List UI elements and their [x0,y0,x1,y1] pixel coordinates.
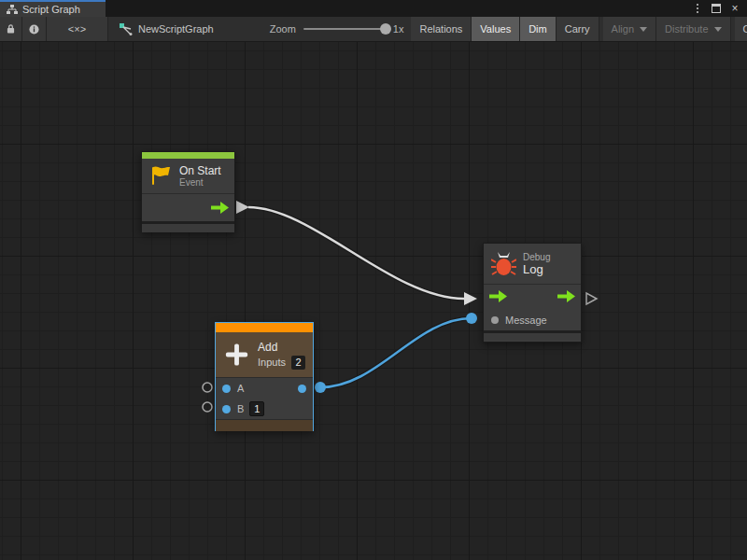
node-kicker: Debug [523,252,550,263]
green-arrow-icon [557,290,575,302]
message-label: Message [505,315,547,326]
zoom-value: 1x [393,23,404,35]
green-arrow-icon [211,202,229,214]
port-label-a: A [237,383,244,394]
graph-hierarchy-icon [7,5,18,15]
dim-button[interactable]: Dim [520,17,557,41]
node-add[interactable]: Add Inputs 2 A B 1 [215,322,314,431]
inputs-count-box[interactable]: 2 [291,356,305,370]
inputs-label: Inputs [258,357,286,368]
green-arrow-icon [489,290,507,302]
debug-log-header: Debug Log [484,244,581,284]
node-subtitle: Event [179,177,221,189]
plus-icon [223,341,250,369]
distribute-dropdown[interactable]: Distribute [656,17,730,41]
wire-overlay [0,42,747,560]
maximize-icon[interactable] [709,1,724,16]
zoom-slider[interactable] [303,28,386,30]
flag-icon [149,164,173,188]
input-b-value-field[interactable]: 1 [249,401,264,416]
wire-value-add-to-message[interactable] [320,318,472,387]
port-row-a: A [216,378,313,399]
add-header: Add Inputs 2 [216,332,313,377]
node-title: Add [258,341,305,354]
message-row: Message [484,310,581,330]
add-body: A B 1 [216,377,313,419]
message-input-port[interactable] [491,316,499,324]
input-b-port[interactable] [222,405,231,413]
unity-visual-scripting-window: { "window": { "tab_title": "Script Graph… [0,0,747,560]
tab-script-graph[interactable]: Script Graph [0,0,106,17]
node-debug-log[interactable]: Debug Log Message [483,243,582,343]
window-menu-icon[interactable] [690,1,705,16]
sum-output-port[interactable] [298,385,306,393]
tab-title: Script Graph [22,4,80,15]
node-on-start[interactable]: On Start Event [141,151,235,232]
overview-button[interactable]: Overview [735,17,747,41]
window-controls: × [690,0,747,17]
log-message-wire-endpoint[interactable] [466,313,477,324]
chevron-down-icon [714,27,722,32]
zoom-slider-handle[interactable] [380,23,391,35]
node-footer [216,419,313,431]
close-icon[interactable]: × [727,1,742,16]
wire-control-onstart-to-log[interactable] [248,207,464,299]
node-footer [484,330,581,340]
node-title: On Start [179,164,221,177]
node-accent-strip [216,323,313,332]
title-bar: Script Graph × [0,0,747,17]
lock-icon[interactable] [0,17,22,41]
log-enter-wire-arrowhead [464,292,477,305]
graph-toolbar: <×> NewScriptGraph Zoom 1x Relations Val… [0,17,747,42]
add-input-b-external-port[interactable] [203,402,212,412]
carry-button[interactable]: Carry [557,17,599,41]
log-exit-external-port[interactable] [586,293,597,304]
node-accent-strip [142,152,234,159]
align-dropdown[interactable]: Align [603,17,656,41]
input-a-port[interactable] [222,385,231,393]
port-label-b: B [237,403,244,414]
node-title: Log [523,263,550,276]
log-trigger-row [484,284,581,310]
node-footer [142,221,234,232]
embed-code-icon[interactable]: <×> [47,17,108,41]
script-graph-asset-icon [120,23,133,35]
graph-canvas[interactable]: On Start Event Add Inputs [0,42,747,560]
relations-button[interactable]: Relations [411,17,472,41]
on-start-trigger-row [142,193,234,221]
chevron-down-icon [640,27,647,32]
port-row-b: B 1 [216,399,313,419]
trigger-input-port[interactable] [489,289,507,306]
trigger-output-port[interactable] [557,289,575,306]
add-input-a-external-port[interactable] [203,383,212,392]
graph-asset-reference[interactable]: NewScriptGraph [108,17,225,41]
trigger-output-port[interactable] [211,202,229,214]
zoom-control: Zoom 1x [270,17,412,41]
on-start-header: On Start Event [142,159,234,193]
add-sum-wire-endpoint[interactable] [315,382,326,393]
zoom-label: Zoom [270,23,296,35]
info-icon[interactable] [22,17,47,41]
onstart-exit-port-triangle[interactable] [236,201,249,214]
values-button[interactable]: Values [472,17,520,41]
graph-name: NewScriptGraph [138,23,214,35]
bug-icon [491,250,516,278]
embed-code-label: <×> [68,23,86,35]
